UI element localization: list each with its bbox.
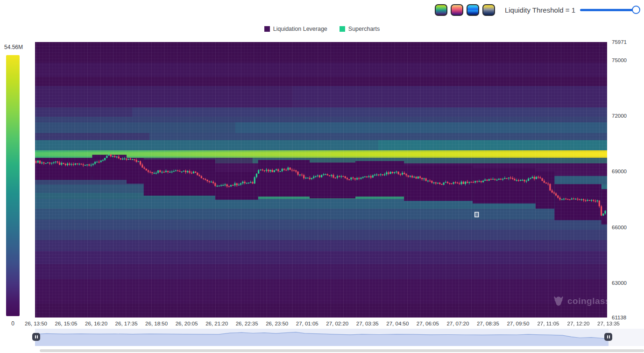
price-tick-label: 75000 [612, 57, 627, 63]
time-tick-label: 26, 15:05 [55, 321, 78, 326]
color-scheme-magma-button[interactable] [451, 4, 463, 16]
color-scheme-cividis-button[interactable] [482, 4, 495, 16]
legend-item-supercharts[interactable]: Supercharts [340, 26, 380, 32]
time-tick-label: 26, 17:35 [115, 321, 138, 326]
time-tick-label: 26, 18:50 [145, 321, 168, 326]
time-tick-label: 27, 06:05 [417, 321, 439, 326]
horizontal-scrollbar[interactable] [40, 349, 644, 352]
time-tick-label: 26, 13:50 [25, 321, 47, 326]
time-tick-label: 27, 08:35 [477, 321, 499, 326]
time-tick-label: 27, 12:20 [567, 321, 589, 326]
legend-label: Liquidation Leverage [273, 26, 327, 32]
slider-track[interactable] [580, 9, 640, 11]
legend-item-liquidation-leverage[interactable]: Liquidation Leverage [264, 26, 327, 32]
time-tick-label: 27, 09:50 [507, 321, 529, 326]
supercharts-swatch [340, 26, 345, 32]
liquidity-threshold-slider[interactable] [580, 5, 640, 14]
time-tick-label: 26, 20:05 [176, 321, 198, 326]
time-tick-label: 27, 02:20 [326, 321, 348, 326]
liquidity-threshold-label: Liquidity Threshold = 1 [505, 6, 575, 14]
price-tick-label: 66000 [612, 225, 627, 230]
price-tick-label: 69000 [612, 169, 627, 174]
range-navigator[interactable] [0, 329, 644, 346]
color-scheme-viridis-button[interactable] [435, 4, 447, 16]
time-tick-label: 27, 13:35 [597, 321, 620, 326]
navigator-left-handle[interactable] [32, 333, 40, 341]
color-scheme-blue-button[interactable] [467, 4, 479, 16]
price-tick-label: 72000 [612, 113, 627, 119]
navigator-right-handle[interactable] [604, 333, 612, 341]
time-tick-label: 27, 01:05 [296, 321, 318, 326]
liquidation-heatmap-chart[interactable] [35, 42, 607, 318]
time-tick-label: 27, 03:35 [356, 321, 379, 326]
navigator-minichart[interactable] [35, 329, 609, 346]
price-tick-label: 63000 [612, 280, 627, 286]
time-tick-label: 26, 21:20 [205, 321, 228, 326]
time-tick-label: 26, 23:50 [266, 321, 288, 326]
liquidation-leverage-swatch [264, 26, 270, 32]
heatmap-controls: Liquidity Threshold = 1 [435, 3, 640, 16]
chart-legend: Liquidation Leverage Supercharts [0, 26, 644, 32]
time-tick-label: 27, 11:05 [537, 321, 559, 326]
time-tick-label: 27, 04:50 [386, 321, 409, 326]
legend-label: Supercharts [348, 26, 380, 32]
liquidation-colorbar [6, 55, 20, 316]
time-tick-label: 26, 22:35 [236, 321, 258, 326]
colorbar-min-label: 0 [6, 320, 20, 327]
slider-handle[interactable] [632, 6, 640, 14]
navigator-unselected-area[interactable] [609, 329, 644, 346]
time-tick-label: 26, 16:20 [85, 321, 107, 326]
colorbar-max-label: 54.56M [4, 44, 23, 50]
price-tick-label: 75971 [612, 39, 627, 45]
time-tick-label: 27, 07:20 [446, 321, 469, 326]
price-tick-label: 61138 [612, 315, 626, 320]
